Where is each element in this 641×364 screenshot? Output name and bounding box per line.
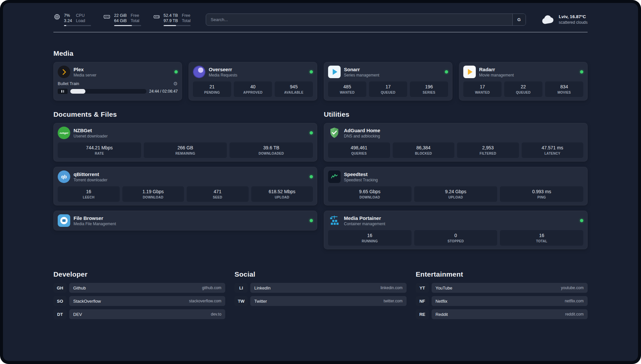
disk-usage-bar [164,25,191,26]
bookmark-abbr: NF [416,296,429,306]
bookmark-name: LinkedIn [254,286,270,290]
service-desc: Speedtest Tracking [344,178,378,183]
bookmark-twitter[interactable]: TW Twitter twitter.com [234,296,406,306]
service-card-adguard[interactable]: AdGuard Home DNS and adblocking 498,461 … [324,123,588,162]
bookmark-dev[interactable]: DT DEV dev.to [53,309,225,319]
stat-label: WANTED [465,91,500,94]
bookmark-url: netflix.com [565,299,584,303]
stat-value: 86,384 [394,145,453,150]
stat-box: 39.6 TB DOWNLOADED [229,142,313,158]
stat-value: 834 [546,84,582,89]
search-input[interactable] [206,14,512,25]
service-desc: Media File Management [74,222,116,227]
speedtest-icon [328,170,341,183]
disk-icon [153,13,160,20]
stat-box: 22 QUEUED [504,81,542,97]
stat-value: 39.6 TB [231,145,312,150]
cpu-widget: 7% 3.24 CPU Load [53,13,91,26]
stat-label: LEECH [59,196,118,199]
service-desc: Usenet downloader [74,134,107,139]
service-card-speedtest[interactable]: Speedtest Speedtest Tracking 9.65 Gbps D… [324,167,588,205]
stat-box: 40 APPROVED [234,81,272,97]
stat-label: TOTAL [501,239,582,243]
stat-label: REMAINING [145,152,226,155]
stat-value: 1.19 Gbps [124,189,183,194]
stat-box: 17 WANTED [463,81,502,97]
stat-value: 16 [501,233,582,238]
bookmark-youtube[interactable]: YT YouTube youtube.com [416,283,588,293]
stat-value: 196 [411,84,447,89]
stat-label: PENDING [194,91,230,94]
bookmark-url: stackoverflow.com [189,299,221,303]
bookmark-name: Reddit [436,312,448,317]
cpu-icon [53,13,61,20]
bookmark-linkedin[interactable]: LI LinkedIn linkedin.com [234,283,406,293]
stat-box: 0 STOPPED [414,230,498,246]
stat-box: 9.24 Gbps UPLOAD [414,186,498,202]
section-title-developer: Developer [53,270,225,278]
stat-box: 196 SERIES [410,81,448,97]
disk-widget: 52.4 TB 97.9 TB Free Total [153,13,191,26]
status-dot [580,219,583,222]
portainer-icon [328,214,341,227]
stat-box: 86,384 BLOCKED [393,142,455,158]
bookmark-group-developer: Developer GH Github github.com SO StackO… [53,270,225,322]
stat-value: 47.571 ms [523,145,582,150]
stat-label: QUEUED [505,91,541,94]
service-card-plex[interactable]: Plex Media server Bullet Train 24:44 / 0… [53,62,182,101]
service-name: Media Portainer [344,215,385,221]
service-card-nzbget[interactable]: NZBGet Usenet downloader 744.21 Mbps RAT… [53,123,317,162]
stat-label: DOWNLOAD [124,196,183,199]
dashboard-panel: 7% 3.24 CPU Load [3,3,638,361]
stat-value: 16 [59,189,118,194]
bookmark-name: StackOverflow [73,299,101,304]
disk-total-value: 97.9 TB [164,18,178,23]
stat-box: 744.21 Mbps RATE [58,142,141,158]
stat-label: BLOCKED [394,152,453,155]
service-name: AdGuard Home [344,127,380,134]
cpu-load-label: Load [76,18,85,23]
bookmark-name: Twitter [254,299,267,304]
section-title-social: Social [234,270,406,278]
status-dot [310,131,313,135]
status-dot [310,70,313,74]
service-name: Sonarr [344,66,379,73]
stat-box: 16 TOTAL [500,230,583,246]
service-card-radarr[interactable]: Radarr Movie management 17 WANTED 22 QUE… [459,62,588,101]
qbittorrent-icon [58,170,70,183]
disk-free-value: 52.4 TB [164,13,178,18]
stat-label: AVAILABLE [276,91,312,94]
stat-box: 945 AVAILABLE [275,81,313,97]
service-desc: DNS and adblocking [344,134,380,139]
search-provider-button[interactable]: G [512,14,526,25]
utilities-column: Utilities AdGuard Home DNS and adblockin… [324,110,588,249]
gear-icon[interactable] [173,81,178,86]
service-card-sonarr[interactable]: Sonarr Series management 485 WANTED 17 Q… [324,62,452,101]
stat-box: 2,953 FILTERED [457,142,519,158]
playback-progress-bar[interactable] [70,89,146,94]
service-card-filebrowser[interactable]: File Browser Media File Management [53,211,317,230]
bookmark-stackoverflow[interactable]: SO StackOverflow stackoverflow.com [53,296,225,306]
nzbget-icon [58,127,70,139]
bookmark-github[interactable]: GH Github github.com [53,283,225,293]
stat-label: SERIES [411,91,447,94]
stat-value: 2,953 [458,145,518,150]
stat-box: 17 QUEUED [369,81,407,97]
bookmark-url: youtube.com [561,286,584,290]
stat-label: DOWNLOADED [231,152,312,155]
section-title-documents: Documents & Files [53,110,317,118]
stat-value: 471 [188,189,247,194]
weather-location-temp: Lviv, 16.87°C [559,14,588,19]
bookmark-netflix[interactable]: NF Netflix netflix.com [416,296,588,306]
service-card-overseerr[interactable]: Overseerr Media Requests 21 PENDING 40 A… [189,62,317,101]
bookmark-reddit[interactable]: RE Reddit reddit.com [416,309,588,319]
stat-label: MOVIES [546,91,582,94]
pause-button[interactable] [58,89,68,94]
overseerr-icon [193,66,205,78]
stat-value: 498,461 [329,145,389,150]
service-card-portainer[interactable]: Media Portainer Container management 16 … [324,211,588,249]
stat-value: 0.993 ms [501,189,582,194]
memory-free-value: 22 GiB [114,13,127,18]
service-card-qbittorrent[interactable]: qBittorrent Torrent downloader 16 LEECH … [53,167,317,205]
status-dot [310,175,313,178]
